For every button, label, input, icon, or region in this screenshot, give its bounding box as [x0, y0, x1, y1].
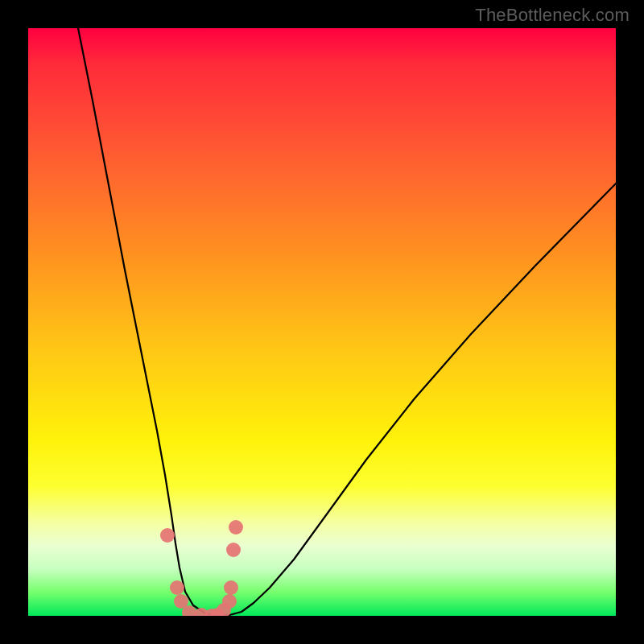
marker-group [160, 520, 243, 616]
data-point [170, 580, 184, 595]
data-point [160, 528, 175, 543]
curve-layer [28, 28, 616, 616]
plot-area [28, 28, 616, 616]
data-point [224, 580, 238, 595]
data-point [222, 594, 237, 609]
data-point [229, 520, 243, 535]
data-point [226, 543, 241, 557]
watermark-text: TheBottleneck.com [475, 5, 630, 26]
chart-frame: TheBottleneck.com [0, 0, 644, 644]
bottleneck-curve [78, 28, 616, 616]
